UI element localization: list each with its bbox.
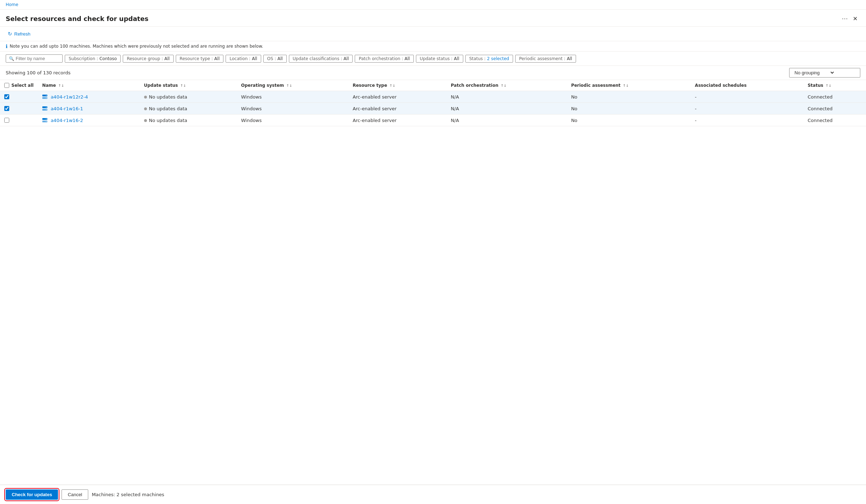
filter-pill-label-subscription: Subscription :: [69, 56, 98, 61]
filter-pill-label-location: Location :: [229, 56, 250, 61]
menu-dots-icon[interactable]: ···: [840, 14, 850, 23]
svg-point-3: [46, 98, 47, 99]
row-status-2: Connected: [803, 115, 866, 126]
row-name-link-0[interactable]: a404-r1w12r2-4: [51, 94, 88, 100]
filter-pill-value-resource-type: All: [214, 56, 220, 61]
server-icon: [42, 94, 48, 100]
filter-pill-label-update-classifications: Update classifications :: [293, 56, 342, 61]
toolbar-row: ↻ Refresh: [0, 27, 866, 41]
filter-pill-value-periodic-assessment: All: [567, 56, 572, 61]
row-os-0: Windows: [237, 91, 348, 103]
server-icon: [42, 106, 48, 111]
info-message: Note you can add upto 100 machines. Mach…: [10, 44, 263, 49]
row-checkbox-input-1[interactable]: [4, 106, 9, 111]
filter-pill-update-classifications[interactable]: Update classifications : All: [289, 55, 353, 63]
filter-pill-subscription[interactable]: Subscription : Contoso: [65, 55, 121, 63]
row-patch-orchestration-2: N/A: [447, 115, 567, 126]
row-name-cell-2: a404-r1w16-2: [38, 115, 139, 126]
svg-point-2: [46, 95, 47, 96]
col-header-patch-orchestration[interactable]: Patch orchestration ↑↓: [447, 80, 567, 91]
filter-pills-container: Subscription : ContosoResource group : A…: [65, 55, 576, 63]
sort-icon-resource-type: ↑↓: [389, 84, 395, 87]
cancel-button[interactable]: Cancel: [62, 489, 88, 500]
filter-row: 🔍 Subscription : ContosoResource group :…: [0, 52, 866, 66]
row-resource-type-2: Arc-enabled server: [348, 115, 447, 126]
search-input[interactable]: [16, 56, 58, 61]
select-all-header: Select all: [0, 80, 38, 91]
row-associated-schedules-1: -: [691, 103, 803, 115]
filter-pill-value-resource-group: All: [164, 56, 170, 61]
info-bar: ℹ Note you can add upto 100 machines. Ma…: [0, 41, 866, 52]
status-dot-grey: [144, 119, 147, 122]
row-checkbox-0: [0, 91, 38, 103]
search-box[interactable]: 🔍: [6, 54, 63, 63]
row-update-status-1: No updates data: [140, 103, 237, 115]
filter-pill-os[interactable]: OS : All: [263, 55, 287, 63]
row-checkbox-input-2[interactable]: [4, 118, 9, 123]
row-resource-type-0: Arc-enabled server: [348, 91, 447, 103]
row-update-status-2: No updates data: [140, 115, 237, 126]
filter-pill-update-status[interactable]: Update status : All: [416, 55, 463, 63]
col-header-os[interactable]: Operating system ↑↓: [237, 80, 348, 91]
filter-pill-periodic-assessment[interactable]: Periodic assessment : All: [515, 55, 576, 63]
row-resource-type-1: Arc-enabled server: [348, 103, 447, 115]
check-for-updates-button[interactable]: Check for updates: [6, 489, 58, 500]
dialog-header: Select resources and check for updates ·…: [0, 10, 866, 27]
row-checkbox-input-0[interactable]: [4, 94, 9, 99]
grouping-select-input[interactable]: No groupingBy resource typeBy locationBy…: [793, 70, 835, 76]
filter-pill-value-update-status: All: [454, 56, 459, 61]
refresh-icon: ↻: [8, 31, 12, 37]
status-dot-grey: [144, 107, 147, 110]
filter-pill-resource-group[interactable]: Resource group : All: [123, 55, 173, 63]
filter-pill-status[interactable]: Status : 2 selected: [465, 55, 513, 63]
server-icon: [42, 117, 48, 123]
col-header-name[interactable]: Name ↑↓: [38, 80, 139, 91]
filter-pill-value-update-classifications: All: [344, 56, 349, 61]
filter-pill-value-location: All: [252, 56, 257, 61]
row-periodic-assessment-0: No: [567, 91, 691, 103]
col-header-status[interactable]: Status ↑↓: [803, 80, 866, 91]
sort-icon-update-status: ↑↓: [180, 84, 186, 87]
grouping-dropdown[interactable]: No groupingBy resource typeBy locationBy…: [789, 68, 860, 78]
row-os-2: Windows: [237, 115, 348, 126]
footer-machines-info: Machines: 2 selected machines: [92, 492, 164, 497]
filter-pill-location[interactable]: Location : All: [226, 55, 261, 63]
table-wrapper: Select all Name ↑↓ Update status ↑↓ Oper…: [0, 80, 866, 484]
home-link[interactable]: Home: [6, 2, 18, 7]
table-header-row: Select all Name ↑↓ Update status ↑↓ Oper…: [0, 80, 866, 91]
col-header-associated-schedules: Associated schedules: [691, 80, 803, 91]
col-header-periodic-assessment[interactable]: Periodic assessment ↑↓: [567, 80, 691, 91]
table-row: a404-r1w12r2-4No updates dataWindowsArc-…: [0, 91, 866, 103]
filter-pill-label-os: OS :: [267, 56, 276, 61]
refresh-button[interactable]: ↻ Refresh: [6, 30, 33, 38]
row-associated-schedules-2: -: [691, 115, 803, 126]
filter-pill-patch-orchestration[interactable]: Patch orchestration : All: [355, 55, 413, 63]
col-header-update-status[interactable]: Update status ↑↓: [140, 80, 237, 91]
breadcrumb[interactable]: Home: [0, 0, 866, 10]
dialog-container: Home Select resources and check for upda…: [0, 0, 866, 504]
sort-icon-os: ↑↓: [286, 84, 292, 87]
row-status-0: Connected: [803, 91, 866, 103]
row-name-link-1[interactable]: a404-r1w16-1: [51, 106, 83, 111]
close-button[interactable]: ✕: [850, 14, 860, 23]
filter-pill-value-os: All: [278, 56, 283, 61]
col-header-resource-type[interactable]: Resource type ↑↓: [348, 80, 447, 91]
row-update-status-0: No updates data: [140, 91, 237, 103]
select-all-checkbox[interactable]: [4, 83, 9, 88]
filter-pill-resource-type[interactable]: Resource type : All: [176, 55, 223, 63]
filter-pill-value-subscription: Contoso: [99, 56, 117, 61]
row-associated-schedules-0: -: [691, 91, 803, 103]
row-checkbox-2: [0, 115, 38, 126]
filter-pill-label-resource-type: Resource type :: [180, 56, 213, 61]
filter-pill-value-status: 2 selected: [487, 56, 509, 61]
footer-bar: Check for updates Cancel Machines: 2 sel…: [0, 484, 866, 504]
row-name-link-2[interactable]: a404-r1w16-2: [51, 118, 83, 123]
select-all-label[interactable]: Select all: [11, 83, 33, 88]
sort-icon-patch-orch: ↑↓: [501, 84, 507, 87]
sort-icon-name: ↑↓: [58, 84, 64, 87]
dialog-title: Select resources and check for updates: [6, 15, 837, 22]
resources-table: Select all Name ↑↓ Update status ↑↓ Oper…: [0, 80, 866, 126]
row-name-cell-1: a404-r1w16-1: [38, 103, 139, 115]
filter-pill-label-resource-group: Resource group :: [127, 56, 163, 61]
filter-pill-value-patch-orchestration: All: [405, 56, 410, 61]
